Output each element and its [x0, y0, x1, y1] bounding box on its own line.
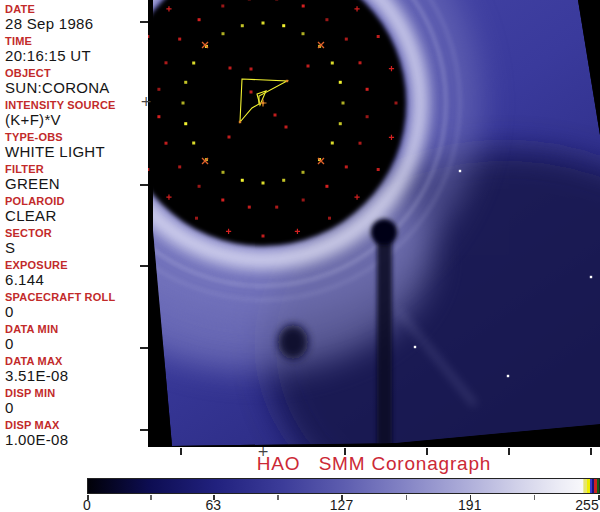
- inner-yellow-ring-dot: [302, 171, 305, 174]
- inner-yellow-ring-dot: [331, 62, 334, 65]
- middle-red-ring-dot: [366, 88, 369, 91]
- colorbar-tick-label: 63: [205, 497, 221, 512]
- inner-yellow-ring-dot: [184, 122, 187, 125]
- middle-red-ring-dot: [221, 199, 224, 202]
- middle-red-ring-dot: [366, 115, 369, 118]
- middle-red-ring-dot: [325, 18, 328, 21]
- outer-red-ring-dot: [195, 217, 198, 220]
- left-axis-tick: [140, 347, 148, 349]
- middle-red-ring-dot: [157, 115, 160, 118]
- inner-yellow-ring-dot: [262, 182, 265, 185]
- metadata-field-spacecraft-roll: SPACECRAFT ROLL0: [5, 291, 147, 320]
- field-value: WHITE LIGHT: [5, 144, 147, 160]
- colorbar-tick-label: 255: [575, 497, 598, 512]
- field-value: 0: [5, 400, 147, 416]
- metadata-field-polaroid: POLAROIDCLEAR: [5, 195, 147, 224]
- middle-red-ring-dot: [359, 142, 362, 145]
- inner-yellow-ring-dot: [241, 24, 244, 27]
- colorbar-minor-tick: [534, 495, 536, 500]
- contour-vertex-dot: [262, 102, 264, 104]
- outer-red-ring-dot: [377, 168, 380, 171]
- metadata-field-intensity-source: INTENSITY SOURCE(K+F)*V: [5, 99, 147, 128]
- outer-red-ring-dot: [262, 235, 265, 238]
- outer-red-ring-dot: [148, 35, 149, 38]
- coronagraph-image[interactable]: [148, 0, 600, 447]
- middle-red-ring-dot: [345, 38, 348, 41]
- star-dot: [590, 276, 592, 278]
- outer-red-ring-dot: [377, 35, 380, 38]
- scatter-red-dot: [228, 136, 231, 139]
- metadata-field-disp-max: DISP MAX1.00E-08: [5, 419, 147, 448]
- occulter-pylon: [377, 228, 392, 447]
- scatter-red-dot: [274, 114, 277, 117]
- middle-red-ring-dot: [198, 18, 201, 21]
- outer-red-ring-dot: [148, 168, 149, 171]
- middle-red-ring-dot: [359, 61, 362, 64]
- inner-yellow-ring-dot: [282, 24, 285, 27]
- contour-vertex-dot: [239, 121, 241, 123]
- inner-yellow-ring-dot: [182, 102, 185, 105]
- metadata-field-disp-min: DISP MIN0: [5, 387, 147, 416]
- metadata-field-time: TIME20:16:15 UT: [5, 35, 147, 64]
- field-value: S: [5, 240, 147, 256]
- image-frame[interactable]: [148, 0, 600, 447]
- middle-red-ring-dot: [275, 206, 278, 209]
- field-value: GREEN: [5, 176, 147, 192]
- scatter-red-dot: [250, 91, 253, 94]
- star-dot: [414, 346, 416, 348]
- middle-red-ring-dot: [221, 4, 224, 7]
- middle-red-ring-dot: [345, 165, 348, 168]
- pylon-ball: [371, 219, 397, 245]
- inner-yellow-ring-dot: [184, 81, 187, 84]
- middle-red-ring-dot: [178, 38, 181, 41]
- metadata-field-object: OBJECTSUN:CORONA: [5, 67, 147, 96]
- inner-yellow-ring-dot: [282, 179, 285, 182]
- field-label: DATA MIN: [5, 323, 147, 336]
- middle-red-ring-dot: [302, 199, 305, 202]
- left-axis-tick: [140, 21, 148, 23]
- star-dot: [507, 375, 509, 377]
- colorbar-tick-label: 127: [330, 497, 353, 512]
- field-value: 28 Sep 1986: [5, 16, 147, 32]
- middle-red-ring-dot: [248, 206, 251, 209]
- colorbar-minor-tick: [277, 495, 279, 500]
- inner-yellow-ring-dot: [339, 81, 342, 84]
- metadata-field-type-obs: TYPE-OBSWHITE LIGHT: [5, 131, 147, 160]
- image-title: HAO SMM Coronagraph: [148, 453, 600, 475]
- inner-yellow-ring-dot: [262, 22, 265, 25]
- inner-yellow-ring-dot: [331, 142, 334, 145]
- colorbar-tick-label: 0: [83, 497, 91, 512]
- scatter-red-dot: [250, 68, 253, 71]
- left-axis-tick: [140, 184, 148, 186]
- field-value: 0: [5, 336, 147, 352]
- left-axis-tick: [140, 429, 148, 431]
- metadata-field-filter: FILTERGREEN: [5, 163, 147, 192]
- contour-vertex-dot: [286, 80, 288, 82]
- metadata-panel: DATE28 Sep 1986TIME20:16:15 UTOBJECTSUN:…: [0, 0, 148, 447]
- colorbar: [87, 478, 600, 494]
- field-value: 3.51E-08: [5, 368, 147, 384]
- scatter-red-dot: [285, 126, 288, 129]
- inner-yellow-ring-dot: [342, 102, 345, 105]
- middle-red-ring-dot: [302, 4, 305, 7]
- metadata-field-date: DATE28 Sep 1986: [5, 3, 147, 32]
- outer-red-ring-dot: [328, 217, 331, 220]
- metadata-field-data-min: DATA MIN0: [5, 323, 147, 352]
- middle-red-ring-dot: [325, 185, 328, 188]
- field-value: CLEAR: [5, 208, 147, 224]
- middle-red-ring-dot: [198, 185, 201, 188]
- metadata-field-sector: SECTORS: [5, 227, 147, 256]
- field-value: SUN:CORONA: [5, 80, 147, 96]
- scatter-red-dot: [229, 67, 232, 70]
- inner-yellow-ring-dot: [222, 171, 225, 174]
- inner-yellow-ring-dot: [339, 122, 342, 125]
- metadata-field-exposure: EXPOSURE6.144: [5, 259, 147, 288]
- inner-yellow-ring-dot: [192, 62, 195, 65]
- app-root: DATE28 Sep 1986TIME20:16:15 UTOBJECTSUN:…: [0, 0, 600, 512]
- inner-yellow-ring-dot: [241, 179, 244, 182]
- colorbar-minor-tick: [406, 495, 408, 500]
- field-label: DISP MIN: [5, 387, 147, 400]
- middle-red-ring-dot: [157, 88, 160, 91]
- field-label: SPACECRAFT ROLL: [5, 291, 147, 304]
- colorbar-tick-label: 191: [458, 497, 481, 512]
